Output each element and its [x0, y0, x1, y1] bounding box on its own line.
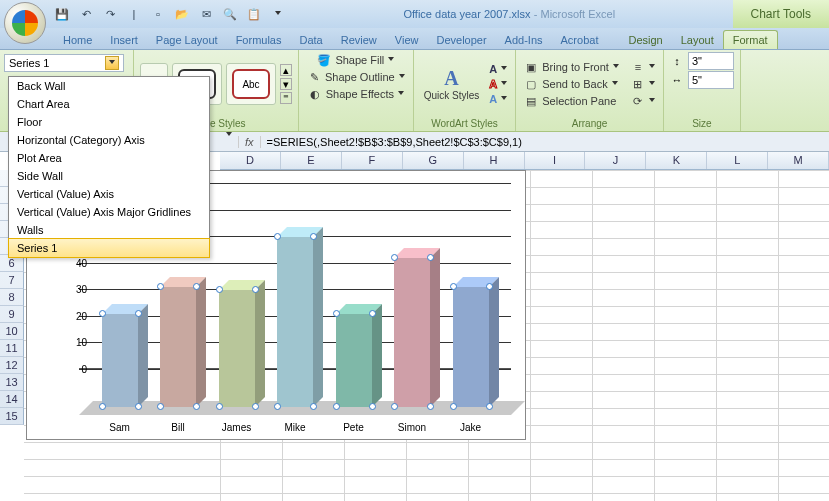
col-header[interactable]: H: [464, 152, 525, 169]
selection-handle[interactable]: [274, 403, 281, 410]
email-icon[interactable]: ✉: [198, 6, 214, 22]
selection-handle[interactable]: [252, 403, 259, 410]
selection-handle[interactable]: [310, 403, 317, 410]
dropdown-item[interactable]: Walls: [9, 221, 209, 239]
redo-icon[interactable]: ↷: [102, 6, 118, 22]
selection-handle[interactable]: [333, 310, 340, 317]
col-header[interactable]: F: [342, 152, 403, 169]
print-preview-icon[interactable]: 🔍: [222, 6, 238, 22]
qat-dropdown-icon[interactable]: [270, 6, 286, 22]
col-header[interactable]: D: [220, 152, 281, 169]
selection-pane-button[interactable]: ▤Selection Pane: [522, 93, 621, 109]
dropdown-item[interactable]: Chart Area: [9, 95, 209, 113]
fb-dropdown-icon[interactable]: [226, 136, 232, 148]
paste-icon[interactable]: 📋: [246, 6, 262, 22]
selection-handle[interactable]: [99, 403, 106, 410]
selection-handle[interactable]: [135, 403, 142, 410]
tab-home[interactable]: Home: [54, 31, 101, 49]
selection-handle[interactable]: [193, 403, 200, 410]
tab-acrobat[interactable]: Acrobat: [552, 31, 608, 49]
col-header[interactable]: G: [403, 152, 464, 169]
height-input[interactable]: ↕: [670, 52, 734, 70]
selection-handle[interactable]: [369, 310, 376, 317]
text-fill-button[interactable]: A: [487, 62, 509, 76]
dropdown-item[interactable]: Plot Area: [9, 149, 209, 167]
fx-icon[interactable]: fx: [238, 136, 261, 148]
tab-page-layout[interactable]: Page Layout: [147, 31, 227, 49]
shape-outline-button[interactable]: ✎Shape Outline: [305, 69, 407, 85]
selection-handle[interactable]: [427, 403, 434, 410]
selection-handle[interactable]: [369, 403, 376, 410]
send-to-back-button[interactable]: ▢Send to Back: [522, 76, 621, 92]
group-button[interactable]: ⊞: [629, 76, 657, 92]
selection-handle[interactable]: [216, 286, 223, 293]
row-header[interactable]: 10: [0, 323, 24, 340]
save-icon[interactable]: 💾: [54, 6, 70, 22]
chart-element-dropdown[interactable]: Back WallChart AreaFloorHorizontal (Cate…: [8, 76, 210, 258]
tab-insert[interactable]: Insert: [101, 31, 147, 49]
row-header[interactable]: 11: [0, 340, 24, 357]
width-input[interactable]: ↔: [670, 71, 734, 89]
text-effects-button[interactable]: A: [487, 92, 509, 106]
tab-review[interactable]: Review: [332, 31, 386, 49]
chevron-down-icon[interactable]: [105, 56, 119, 70]
shape-gallery-scroll[interactable]: ▴ ▾ ⁼: [280, 64, 292, 104]
selection-handle[interactable]: [450, 283, 457, 290]
dropdown-item[interactable]: Floor: [9, 113, 209, 131]
selection-handle[interactable]: [333, 403, 340, 410]
selection-handle[interactable]: [216, 403, 223, 410]
selection-handle[interactable]: [157, 403, 164, 410]
col-header[interactable]: J: [585, 152, 646, 169]
col-header[interactable]: L: [707, 152, 768, 169]
shape-style-2[interactable]: Abc: [226, 63, 276, 105]
selection-handle[interactable]: [310, 233, 317, 240]
open-icon[interactable]: 📂: [174, 6, 190, 22]
dropdown-item[interactable]: Side Wall: [9, 167, 209, 185]
row-header[interactable]: 12: [0, 357, 24, 374]
row-header[interactable]: 15: [0, 408, 24, 425]
shape-fill-button[interactable]: 🪣Shape Fill: [315, 52, 396, 68]
rotate-button[interactable]: ⟳: [629, 93, 657, 109]
tab-add-ins[interactable]: Add-Ins: [496, 31, 552, 49]
row-header[interactable]: 13: [0, 374, 24, 391]
row-header[interactable]: 9: [0, 306, 24, 323]
chart-element-selector[interactable]: Series 1: [4, 54, 124, 72]
dropdown-item[interactable]: Series 1: [8, 238, 210, 258]
row-header[interactable]: 8: [0, 289, 24, 306]
formula-text[interactable]: =SERIES(,Sheet2!$B$3:$B$9,Sheet2!$C$3:$C…: [261, 136, 522, 148]
text-outline-button[interactable]: A: [487, 77, 509, 91]
dropdown-item[interactable]: Vertical (Value) Axis Major Gridlines: [9, 203, 209, 221]
dropdown-item[interactable]: Vertical (Value) Axis: [9, 185, 209, 203]
new-icon[interactable]: ▫: [150, 6, 166, 22]
office-button[interactable]: [4, 2, 46, 44]
selection-handle[interactable]: [135, 310, 142, 317]
selection-handle[interactable]: [99, 310, 106, 317]
col-header[interactable]: M: [768, 152, 829, 169]
selection-handle[interactable]: [391, 403, 398, 410]
bring-to-front-button[interactable]: ▣Bring to Front: [522, 59, 621, 75]
selection-handle[interactable]: [486, 283, 493, 290]
tab-formulas[interactable]: Formulas: [227, 31, 291, 49]
quick-styles-button[interactable]: A Quick Styles: [420, 67, 484, 101]
col-header[interactable]: K: [646, 152, 707, 169]
tab-format[interactable]: Format: [723, 30, 778, 49]
col-header[interactable]: E: [281, 152, 342, 169]
selection-handle[interactable]: [486, 403, 493, 410]
row-header[interactable]: 7: [0, 272, 24, 289]
selection-handle[interactable]: [252, 286, 259, 293]
tab-view[interactable]: View: [386, 31, 428, 49]
tab-data[interactable]: Data: [290, 31, 331, 49]
dropdown-item[interactable]: Horizontal (Category) Axis: [9, 131, 209, 149]
tab-developer[interactable]: Developer: [427, 31, 495, 49]
undo-icon[interactable]: ↶: [78, 6, 94, 22]
tab-design[interactable]: Design: [619, 31, 671, 49]
dropdown-item[interactable]: Back Wall: [9, 77, 209, 95]
height-field[interactable]: [688, 52, 734, 70]
row-header[interactable]: 14: [0, 391, 24, 408]
selection-handle[interactable]: [450, 403, 457, 410]
width-field[interactable]: [688, 71, 734, 89]
tab-layout[interactable]: Layout: [672, 31, 723, 49]
col-header[interactable]: I: [525, 152, 586, 169]
shape-effects-button[interactable]: ◐Shape Effects: [306, 86, 406, 102]
selection-handle[interactable]: [274, 233, 281, 240]
